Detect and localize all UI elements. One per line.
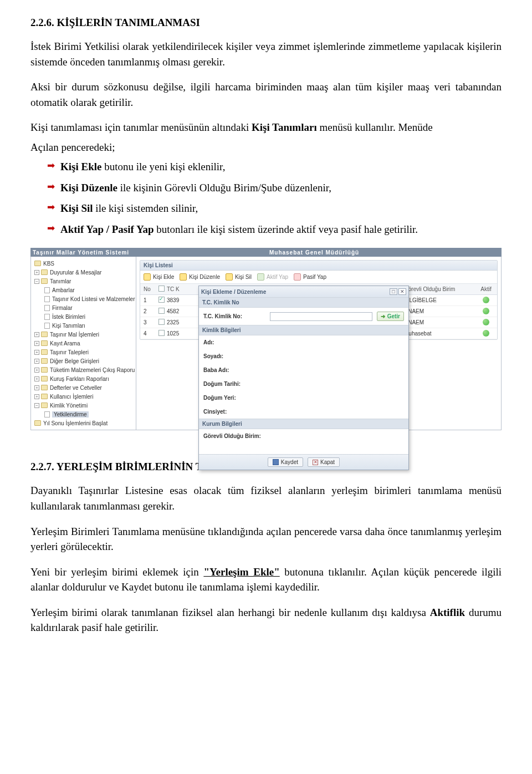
nav-tree: KBS +Duyurular & Mesajlar −Tanımlar Amba… bbox=[31, 257, 136, 430]
tree-item-yilsonu[interactable]: Yıl Sonu İşlemlerini Başlat bbox=[33, 419, 136, 427]
tree-item-ambarlar[interactable]: Ambarlar bbox=[33, 286, 136, 294]
modal-restore-button[interactable]: □ bbox=[390, 288, 397, 295]
gorevli-birim-label: Görevli Olduğu Birim: bbox=[203, 433, 298, 439]
list-item: ➡ Aktif Yap / Pasif Yap butonları ile ki… bbox=[30, 222, 502, 237]
modal-section-kurum: Kurum Bilgileri bbox=[199, 419, 408, 429]
list-item: ➡ Kişi Sil ile kişi sistemden silinir, bbox=[30, 201, 502, 216]
paragraph: Aksi bir durum sözkonusu değilse, ilgili… bbox=[30, 79, 502, 110]
getir-button[interactable]: ➜Getir bbox=[377, 312, 404, 321]
kaydet-button[interactable]: Kaydet bbox=[268, 457, 303, 467]
bullet-list: ➡ Kişi Ekle butonu ile yeni kişi eklenil… bbox=[30, 159, 502, 237]
active-dot-icon bbox=[483, 319, 489, 325]
app-subtitle: Muhasebat Genel Müdürlüğü bbox=[269, 249, 359, 256]
save-icon bbox=[273, 459, 279, 465]
baba-adi-label: Baba Adı: bbox=[203, 367, 270, 373]
aktif-yap-button[interactable]: Aktif Yap bbox=[257, 273, 288, 281]
tree-item-kimlik[interactable]: −Kimlik Yönetimi bbox=[33, 401, 136, 410]
arrow-icon: ➡ bbox=[47, 222, 55, 236]
tree-item-tuke[interactable]: +Tüketim Malzemeleri Çıkış Raporu bbox=[33, 365, 136, 374]
tree-item-firmalar[interactable]: Firmalar bbox=[33, 303, 136, 312]
modal-footer: Kaydet Kapat bbox=[199, 454, 408, 470]
modal-section-kimlik: Kimlik Bilgileri bbox=[199, 325, 408, 335]
tree-item-istek[interactable]: İstek Birimleri bbox=[33, 312, 136, 321]
deactivate-icon bbox=[294, 273, 301, 281]
cinsiyet-label: Cinsiyet: bbox=[203, 409, 270, 415]
kapat-button[interactable]: Kapat bbox=[308, 457, 340, 467]
tree-item-kullanici[interactable]: +Kullanıcı İşlemleri bbox=[33, 392, 136, 401]
tc-kimlik-row: T.C. Kimlik No: ➜Getir bbox=[199, 308, 408, 325]
dogum-tarihi-label: Doğum Tarihi: bbox=[203, 381, 270, 387]
paragraph: Yerleşim Birimleri Tanımlama menüsüne tı… bbox=[30, 524, 502, 554]
modal-close-button[interactable]: ✕ bbox=[398, 288, 406, 295]
tree-item-yetki[interactable]: Yetkilendirme bbox=[33, 410, 136, 419]
tree-item-kisi[interactable]: Kişi Tanımları bbox=[33, 321, 136, 330]
close-icon bbox=[313, 460, 318, 465]
arrow-right-icon: ➜ bbox=[381, 313, 385, 319]
app-title: Taşınır Mallar Yönetim Sistemi bbox=[33, 249, 129, 256]
tree-item-tkod[interactable]: Taşınır Kod Listesi ve Malzemeler bbox=[33, 294, 136, 303]
app-titlebar: Taşınır Mallar Yönetim Sistemi Muhasebat… bbox=[30, 248, 502, 257]
adi-label: Adı: bbox=[203, 339, 270, 345]
modal-title: Kişi Ekleme / Düzenleme bbox=[201, 289, 388, 295]
tree-item-defter[interactable]: +Defterler ve Cetveller bbox=[33, 383, 136, 392]
tree-item-duyurular[interactable]: +Duyurular & Mesajlar bbox=[33, 268, 136, 277]
row-checkbox[interactable] bbox=[158, 319, 165, 325]
active-dot-icon bbox=[483, 308, 489, 314]
kisi-ekle-button[interactable]: Kişi Ekle bbox=[144, 273, 174, 281]
soyadi-label: Soyadı: bbox=[203, 353, 270, 359]
user-delete-icon bbox=[226, 273, 233, 281]
section-226-heading: 2.2.6. KİŞİLERİN TANIMLANMASI bbox=[30, 17, 502, 29]
paragraph: İstek Birimi Yetkilisi olarak yetkilendi… bbox=[30, 39, 502, 69]
row-checkbox[interactable] bbox=[158, 330, 165, 336]
tree-item-tanimlar[interactable]: −Tanımlar bbox=[33, 277, 136, 286]
tc-kimlik-input[interactable] bbox=[270, 312, 372, 321]
arrow-icon: ➡ bbox=[47, 159, 55, 173]
row-checkbox[interactable] bbox=[158, 297, 165, 303]
panel-title: Kişi Listesi bbox=[140, 261, 497, 271]
active-dot-icon bbox=[483, 297, 489, 303]
pasif-yap-button[interactable]: Pasif Yap bbox=[294, 273, 326, 281]
dogum-yeri-label: Doğum Yeri: bbox=[203, 395, 270, 401]
activate-icon bbox=[257, 273, 264, 281]
tree-item-talep[interactable]: +Taşınır Talepleri bbox=[33, 348, 136, 357]
paragraph: Dayanıklı Taşınırlar Listesine esas olac… bbox=[30, 483, 502, 513]
arrow-icon: ➡ bbox=[47, 201, 55, 215]
tree-item-diger[interactable]: +Diğer Belge Girişleri bbox=[33, 357, 136, 365]
toolbar: Kişi Ekle Kişi Düzenle Kişi Sil Aktif Ya… bbox=[140, 271, 497, 284]
modal-header: Kişi Ekleme / Düzenleme □ ✕ bbox=[199, 286, 408, 297]
active-dot-icon bbox=[483, 330, 489, 337]
tree-item-kurus[interactable]: +Kuruş Farkları Raporları bbox=[33, 374, 136, 383]
list-item: ➡ Kişi Ekle butonu ile yeni kişi eklenil… bbox=[30, 159, 502, 175]
app-screenshot: Taşınır Mallar Yönetim Sistemi Muhasebat… bbox=[30, 248, 502, 430]
modal-section-tc: T.C. Kimlik No bbox=[199, 297, 408, 308]
tree-item-tmi[interactable]: +Taşınır Mal İşlemleri bbox=[33, 330, 136, 339]
checkbox-all[interactable] bbox=[158, 286, 165, 292]
arrow-icon: ➡ bbox=[47, 180, 55, 194]
kisi-ekleme-modal: Kişi Ekleme / Düzenleme □ ✕ T.C. Kimlik … bbox=[198, 286, 409, 470]
paragraph: Kişi tanımlaması için tanımlar menüsünün… bbox=[30, 120, 502, 135]
paragraph: Yeni bir yerleşim birimi eklemek için "Y… bbox=[30, 564, 502, 595]
kisi-sil-button[interactable]: Kişi Sil bbox=[226, 273, 252, 281]
tree-item-kbs[interactable]: KBS bbox=[33, 259, 136, 268]
paragraph: Yerleşim birimi olarak tanımlanan fiziks… bbox=[30, 605, 502, 635]
row-checkbox[interactable] bbox=[158, 308, 165, 314]
tree-item-kayit[interactable]: +Kayıt Arama bbox=[33, 339, 136, 348]
user-add-icon bbox=[144, 273, 151, 281]
user-edit-icon bbox=[180, 273, 187, 281]
kisi-duzenle-button[interactable]: Kişi Düzenle bbox=[180, 273, 220, 281]
list-item: ➡ Kişi Düzenle ile kişinin Görevli Olduğ… bbox=[30, 180, 502, 196]
paragraph: Açılan penceredeki; bbox=[30, 140, 502, 155]
tc-kimlik-label: T.C. Kimlik No: bbox=[203, 313, 270, 319]
